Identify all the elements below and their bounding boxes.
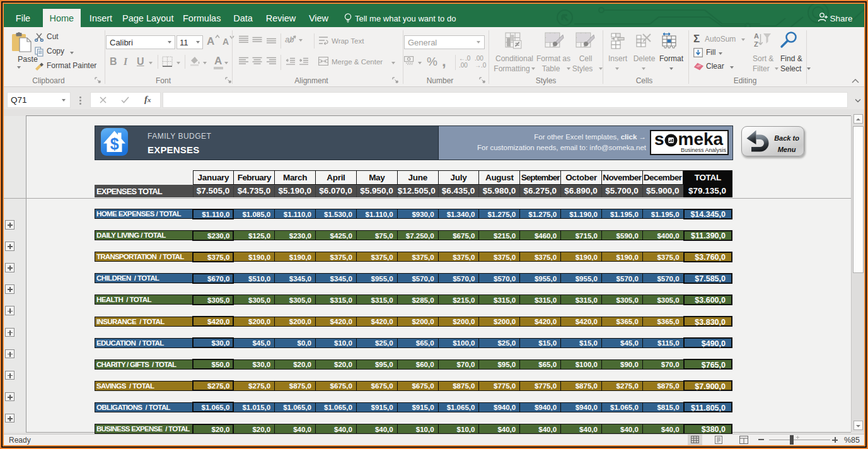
svg-text:$: $	[110, 135, 119, 153]
svg-text:A: A	[754, 32, 759, 40]
svg-text:Z: Z	[754, 40, 758, 48]
